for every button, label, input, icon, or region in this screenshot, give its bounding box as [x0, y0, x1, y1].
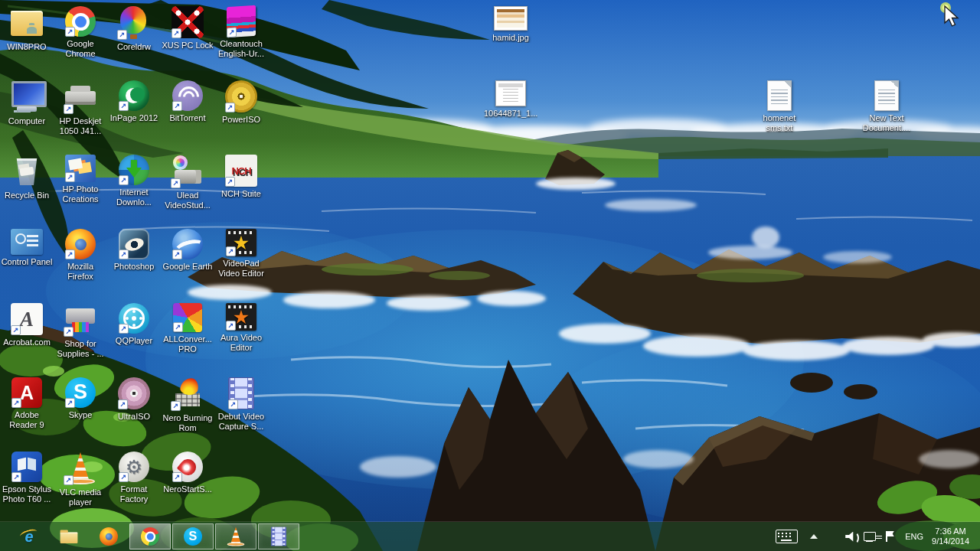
desktop-icon-google-chrome[interactable]: Google Chrome — [54, 6, 107, 59]
desktop-icon-shop-for-supplies[interactable]: Shop for Supplies - ... — [54, 303, 107, 359]
show-hidden-icons-icon[interactable] — [806, 527, 822, 546]
ultraiso-disc-icon — [118, 377, 150, 409]
shortcut-arrow-icon — [228, 399, 238, 409]
desktop-icon-videopad-video-editor[interactable]: VideoPad Video Editor — [214, 229, 268, 279]
image-file2-icon — [495, 80, 526, 106]
debut-icon — [228, 377, 254, 409]
desktop-icon-skype[interactable]: Skype — [54, 377, 107, 420]
desktop-icon-label: InPage 2012 — [107, 113, 161, 123]
desktop-icon-label: Control Panel — [0, 257, 54, 267]
poweriso-disc-icon — [225, 80, 257, 112]
desktop-icon-photoshop[interactable]: Photoshop — [107, 229, 161, 272]
desktop-icon-label: Google Earth — [161, 262, 214, 272]
xus-pc-lock-icon — [172, 6, 204, 38]
language-indicator[interactable]: ENG — [899, 532, 929, 541]
desktop-icon-ultraiso[interactable]: UltraISO — [107, 377, 161, 422]
desktop-icon-ulead-videostud[interactable]: Ulead VideoStud... — [161, 155, 214, 210]
control-panel-icon — [11, 229, 43, 255]
shortcut-arrow-icon — [119, 324, 129, 334]
desktop-icon-xus-pc-lock[interactable]: XUS PC Lock — [161, 6, 214, 51]
shortcut-arrow-icon — [226, 321, 236, 331]
desktop-icon-label: VLC media player — [54, 487, 107, 507]
cleantouch-books-icon — [227, 5, 256, 38]
desktop-icon-label: VideoPad Video Editor — [214, 259, 268, 279]
shortcut-arrow-icon — [172, 101, 182, 111]
desktop-icon-nerostarts[interactable]: NeroStartS... — [161, 452, 214, 494]
desktop-icon-mozilla-firefox[interactable]: Mozilla Firefox — [54, 229, 107, 282]
desktop-icon-new-text-document[interactable]: New Text Document.... — [860, 80, 913, 133]
desktop-icon-poweriso[interactable]: PowerISO — [214, 80, 268, 125]
desktop-icon-coreldrw[interactable]: Coreldrw — [107, 6, 161, 52]
shortcut-arrow-icon — [65, 172, 75, 182]
firefox-icon — [100, 527, 118, 546]
desktop-icon-bittorrent[interactable]: BitTorrent — [161, 80, 214, 123]
desktop-icon-cleantouch-english-ur[interactable]: Cleantouch English-Ur... — [214, 6, 268, 59]
text-file-icon — [874, 80, 899, 111]
desktop-icon-label: Recycle Bin — [0, 191, 54, 201]
bittorrent-icon — [172, 80, 203, 111]
desktop-icon-debut-video-capture-s[interactable]: Debut Video Capture S... — [214, 377, 268, 432]
hp-printer-icon — [64, 80, 97, 114]
desktop-icon-computer[interactable]: Computer — [0, 80, 54, 126]
vlc-icon — [64, 452, 97, 485]
desktop-icon-label: Nero Burning Rom — [161, 413, 214, 433]
taskbar-button-skype[interactable] — [172, 523, 214, 549]
desktop-icon-10644871-1[interactable]: 10644871_1... — [484, 80, 537, 119]
volume-icon[interactable] — [841, 527, 860, 546]
taskbar-button-firefox[interactable] — [90, 523, 128, 549]
desktop-icon-hp-deskjet-1050-j41[interactable]: HP Deskjet 1050 J41... — [54, 80, 107, 136]
taskbar-button-file-explorer[interactable] — [50, 523, 88, 549]
desktop-icon-adobe-reader-9[interactable]: Adobe Reader 9 — [0, 377, 54, 430]
taskbar-clock[interactable]: 7:36 AM 9/14/2014 — [932, 527, 975, 546]
shortcut-arrow-icon — [172, 249, 182, 259]
taskbar-button-vlc[interactable] — [215, 523, 256, 549]
shortcut-arrow-icon — [118, 399, 128, 409]
desktop-icon-inpage-2012[interactable]: InPage 2012 — [107, 80, 161, 123]
shortcut-arrow-icon — [11, 398, 21, 408]
desktop-icon-epson-stylus-photo-t60[interactable]: Epson Stylus Photo T60 ... — [0, 452, 54, 504]
desktop-icon-label: Format Factory — [107, 484, 161, 504]
desktop-icon-label: Skype — [54, 410, 107, 420]
inpage-icon — [119, 80, 149, 111]
shortcut-arrow-icon — [225, 177, 235, 187]
shortcut-arrow-icon — [65, 27, 75, 37]
desktop-icon-allconver-pro[interactable]: ALLConver... PRO — [161, 303, 214, 354]
shortcut-arrow-icon — [119, 101, 129, 111]
chrome-icon — [141, 527, 159, 546]
desktop-icon-label: PowerISO — [214, 115, 268, 125]
desktop-icon-recycle-bin[interactable]: Recycle Bin — [0, 155, 54, 201]
taskbar-button-debut-video-capture[interactable] — [258, 523, 299, 549]
photoshop-icon — [119, 229, 149, 259]
action-center-flag-icon[interactable] — [883, 527, 897, 546]
desktop-icon-label: Shop for Supplies - ... — [54, 339, 107, 359]
file-explorer-icon — [59, 527, 79, 546]
taskbar-button-chrome[interactable] — [129, 523, 171, 549]
desktop-icon-win8pro[interactable]: WIN8PRO — [0, 6, 54, 52]
desktop-icon-hp-photo-creations[interactable]: HP Photo Creations — [54, 155, 107, 204]
desktop-icon-acrobat-com[interactable]: Acrobat.com — [0, 303, 54, 347]
allconverter-icon — [173, 303, 202, 332]
vlc-icon — [226, 527, 246, 546]
desktop-icon-control-panel[interactable]: Control Panel — [0, 229, 54, 267]
touch-keyboard-icon[interactable] — [773, 527, 799, 546]
desktop-icon-internet-downlo[interactable]: Internet Downlo... — [107, 155, 161, 207]
desktop-icon-label: 10644871_1... — [484, 109, 537, 119]
skype-icon — [65, 377, 96, 408]
desktop-icon-nero-burning-rom[interactable]: Nero Burning Rom — [161, 377, 214, 433]
desktop-icon-nch-suite[interactable]: NCH Suite — [214, 155, 268, 199]
desktop-icon-vlc-media-player[interactable]: VLC media player — [54, 452, 107, 507]
desktop-icon-google-earth[interactable]: Google Earth — [161, 229, 214, 272]
desktop-icon-aura-video-editor[interactable]: Aura Video Editor — [214, 303, 268, 353]
idm-icon — [119, 155, 149, 185]
network-icon[interactable] — [862, 527, 880, 546]
desktop-icon-label: Photoshop — [107, 262, 161, 272]
idm-tray-icon[interactable] — [824, 527, 839, 546]
desktop-icon-homenet-sms-txt[interactable]: homenet sms.txt — [753, 80, 806, 133]
desktop-icon-label: Aura Video Editor — [214, 333, 268, 353]
desktop-icon-hamid-jpg[interactable]: hamid.jpg — [484, 6, 537, 43]
desktop-icon-qqplayer[interactable]: QQPlayer — [107, 303, 161, 346]
taskbar-button-internet-explorer[interactable] — [10, 523, 48, 549]
shortcut-arrow-icon — [65, 398, 75, 408]
desktop-icon-format-factory[interactable]: Format Factory — [107, 452, 161, 504]
shortcut-arrow-icon — [119, 249, 129, 259]
